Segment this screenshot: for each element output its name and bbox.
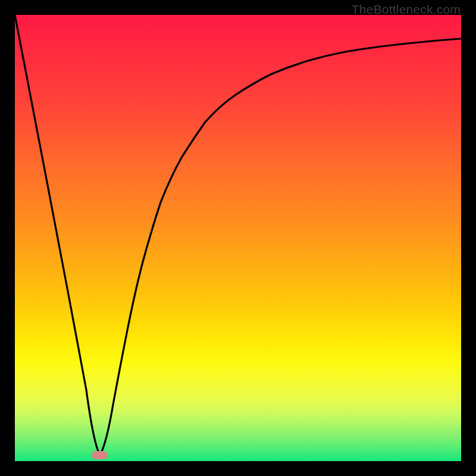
bottleneck-curve <box>15 15 461 461</box>
watermark-text: TheBottleneck.com <box>352 2 461 17</box>
optimal-point-marker <box>92 451 108 459</box>
plot-area <box>15 15 461 461</box>
chart-frame: TheBottleneck.com <box>0 0 476 476</box>
